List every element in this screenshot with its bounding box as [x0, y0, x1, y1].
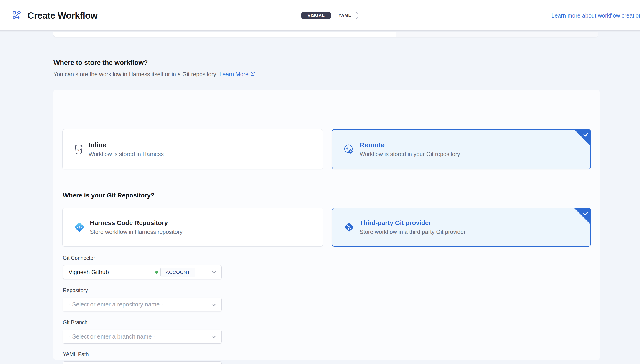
chevron-down-icon — [211, 334, 217, 340]
scope-badge: ACCOUNT — [161, 268, 195, 277]
git-connector-field: Git Connector Vignesh Github ACCOUNT — [63, 255, 222, 279]
repository-select[interactable]: - Select or enter a repository name - — [63, 298, 222, 312]
yaml-path-input[interactable] — [63, 362, 222, 364]
option-card-thirdparty-git[interactable]: Third-party Git provider Store workflow … — [332, 208, 591, 246]
connector-status-dot — [155, 271, 158, 274]
git-branch-field: Git Branch - Select or enter a branch na… — [63, 320, 222, 344]
svg-text:</>: </> — [77, 148, 81, 151]
option-card-harness-code[interactable]: </> Harness Code Repository Store workfl… — [62, 208, 323, 246]
git-connector-label: Git Connector — [63, 255, 222, 261]
git-branch-placeholder: - Select or enter a branch name - — [69, 333, 156, 340]
app-header: Create Workflow VISUAL YAML Learn more a… — [0, 0, 640, 31]
yaml-path-field: YAML Path — [63, 351, 222, 364]
chevron-down-icon — [211, 302, 217, 308]
card-subtitle-remote: Workflow is stored in your Git repositor… — [360, 151, 460, 158]
selected-check-badge — [574, 208, 591, 225]
card-title-thirdparty-git: Third-party Git provider — [360, 219, 465, 226]
svg-text:</>: </> — [77, 226, 82, 229]
learn-more-link[interactable]: Learn More — [219, 71, 255, 78]
yaml-path-label: YAML Path — [63, 351, 222, 358]
repository-label: Repository — [63, 287, 222, 294]
repository-field: Repository - Select or enter a repositor… — [63, 287, 222, 312]
inline-bucket-icon: </> — [73, 144, 85, 155]
harness-code-icon: </> — [73, 221, 86, 234]
option-card-inline[interactable]: </> Inline Workflow is stored in Harness — [62, 129, 323, 169]
git-connector-select[interactable]: Vignesh Github ACCOUNT — [63, 265, 222, 279]
option-card-remote[interactable]: Remote Workflow is stored in your Git re… — [332, 129, 591, 169]
store-section-heading: Where to store the workflow? — [54, 59, 148, 66]
card-title-inline: Inline — [89, 141, 164, 149]
selected-check-badge — [574, 129, 591, 146]
workflow-store-panel: </> Inline Workflow is stored in Harness… — [54, 90, 600, 360]
card-title-remote: Remote — [360, 141, 460, 149]
tab-visual[interactable]: VISUAL — [301, 12, 331, 19]
repo-section-heading: Where is your Git Repository? — [63, 192, 155, 199]
card-title-harness-code: Harness Code Repository — [90, 219, 183, 226]
git-branch-label: Git Branch — [63, 320, 222, 326]
git-provider-icon — [343, 221, 355, 234]
remote-git-icon — [343, 143, 355, 156]
learn-more-workflow-link[interactable]: Learn more about workflow creation — [551, 0, 640, 31]
chevron-down-icon — [211, 269, 217, 275]
workflow-icon — [13, 10, 22, 20]
card-subtitle-thirdparty-git: Store workflow in a third party Git prov… — [360, 229, 465, 235]
store-section-description: You can store the workflow in Harness it… — [54, 71, 255, 78]
main-content: Where to store the workflow? You can sto… — [0, 31, 640, 364]
git-branch-select[interactable]: - Select or enter a branch name - — [63, 330, 222, 344]
external-link-icon — [250, 71, 255, 78]
git-connector-value: Vignesh Github — [69, 269, 109, 276]
tab-yaml[interactable]: YAML — [332, 12, 358, 19]
mode-toggle[interactable]: VISUAL YAML — [301, 12, 358, 19]
card-subtitle-inline: Workflow is stored in Harness — [89, 151, 164, 158]
section-divider — [65, 184, 589, 184]
page-title: Create Workflow — [28, 10, 97, 21]
scrolled-card-remnant — [54, 32, 598, 37]
card-subtitle-harness-code: Store workflow in Harness repository — [90, 229, 183, 235]
repository-placeholder: - Select or enter a repository name - — [69, 301, 163, 308]
